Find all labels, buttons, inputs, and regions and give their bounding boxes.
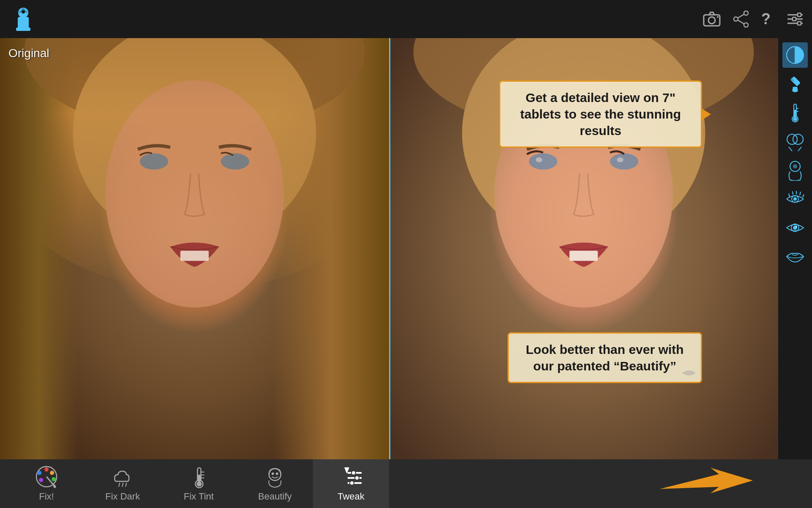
fix-label: Fix! (39, 491, 54, 502)
camera-icon[interactable] (703, 11, 721, 27)
svg-point-73 (197, 481, 202, 486)
svg-marker-35 (701, 108, 711, 121)
svg-point-82 (351, 471, 356, 475)
topbar: ? (0, 0, 812, 38)
orange-arrow-icon (660, 466, 753, 504)
split-view-icon (785, 44, 806, 66)
svg-point-7 (708, 17, 715, 24)
faces-icon (785, 131, 806, 152)
svg-point-23 (105, 80, 284, 308)
sidebar-eye-lashes[interactable] (782, 186, 808, 212)
svg-point-33 (617, 157, 623, 163)
settings-icon[interactable] (787, 11, 804, 27)
svg-rect-3 (16, 28, 30, 31)
face-profile-icon (785, 160, 806, 181)
svg-rect-18 (798, 13, 801, 17)
tweak-label: Tweak (337, 491, 365, 502)
tooltip-beautify: Look better than ever with our patented … (508, 332, 702, 383)
sliders-icon (338, 465, 364, 489)
svg-point-25 (221, 153, 249, 169)
svg-point-86 (350, 481, 354, 485)
svg-point-45 (787, 134, 797, 144)
topbar-left (8, 4, 38, 34)
toolbar-item-beautify[interactable]: Beautify (237, 459, 313, 508)
sidebar-eye-pupil[interactable] (782, 215, 808, 240)
toolbar-item-tweak[interactable]: Tweak (313, 459, 389, 508)
tooltip-arrow-1 (701, 108, 711, 121)
right-sidebar (778, 38, 812, 459)
svg-point-58 (796, 226, 797, 227)
orange-arrow (660, 466, 753, 504)
svg-point-31 (610, 153, 638, 169)
fix-tint-icon (187, 465, 211, 489)
svg-point-78 (272, 472, 274, 475)
beautify-label: Beautify (258, 491, 292, 502)
beautify-icon (263, 465, 287, 489)
main-image: Original Get a detailed view on 7" table… (0, 38, 778, 459)
svg-point-84 (355, 476, 359, 480)
svg-rect-72 (198, 475, 200, 482)
svg-rect-41 (794, 110, 796, 117)
svg-point-60 (44, 467, 49, 472)
tweak-icon (338, 465, 364, 489)
fix-dark-icon (111, 465, 134, 489)
sidebar-dropper[interactable] (782, 71, 808, 97)
svg-point-42 (793, 117, 797, 121)
svg-point-9 (744, 11, 748, 15)
app-logo (8, 4, 38, 34)
original-image (0, 38, 389, 459)
svg-line-67 (119, 483, 120, 486)
svg-point-50 (793, 197, 797, 201)
thermometer-icon (785, 102, 806, 123)
original-label: Original (8, 47, 49, 60)
svg-point-48 (793, 164, 797, 168)
svg-point-11 (744, 23, 748, 27)
eye-lashes-icon (785, 188, 806, 210)
svg-point-63 (37, 471, 41, 475)
svg-line-13 (738, 20, 744, 24)
toolbar-item-fix-dark[interactable]: Fix Dark (85, 459, 161, 508)
cloud-icon (111, 465, 134, 489)
svg-rect-20 (798, 22, 801, 25)
svg-point-32 (536, 157, 542, 163)
svg-point-62 (52, 477, 56, 481)
svg-rect-26 (180, 251, 208, 261)
svg-text:?: ? (761, 11, 771, 28)
sidebar-lips[interactable] (782, 244, 808, 269)
sidebar-face-profile[interactable] (782, 157, 808, 183)
tooltip-tablet-text: Get a detailed view on 7" tablets to see… (510, 89, 691, 139)
fix-icon (35, 465, 58, 489)
svg-line-52 (793, 191, 793, 195)
svg-point-64 (39, 478, 43, 482)
lips-icon (680, 368, 697, 378)
svg-rect-34 (569, 251, 598, 261)
share-icon[interactable] (733, 11, 749, 28)
svg-line-69 (126, 483, 126, 486)
lips-sidebar-icon (785, 246, 806, 267)
svg-marker-87 (660, 468, 753, 493)
tooltip-beautify-text: Look better than ever with our patented … (519, 341, 691, 374)
split-line (389, 38, 390, 459)
fix-tint-label: Fix Tint (184, 491, 214, 502)
toolbar-item-fix-tint[interactable]: Fix Tint (161, 459, 237, 508)
svg-rect-37 (790, 76, 801, 86)
face-beautify-icon (263, 465, 287, 489)
svg-point-61 (50, 471, 54, 475)
svg-line-68 (122, 483, 123, 486)
svg-point-10 (734, 17, 738, 21)
svg-line-55 (803, 194, 804, 197)
svg-line-54 (800, 192, 801, 195)
svg-point-79 (276, 472, 278, 475)
svg-point-24 (140, 153, 168, 169)
sidebar-faces[interactable] (782, 129, 808, 154)
eye-pupil-icon (785, 217, 806, 238)
sidebar-split-view[interactable] (782, 42, 808, 68)
toolbar-item-fix[interactable]: Fix! (8, 459, 85, 508)
help-icon[interactable]: ? (761, 11, 774, 28)
thermometer-tool-icon (187, 465, 211, 489)
svg-line-51 (789, 193, 790, 197)
sidebar-thermometer[interactable] (782, 100, 808, 125)
dropper-icon (785, 73, 806, 94)
svg-rect-19 (793, 17, 796, 21)
svg-point-5 (22, 10, 25, 14)
